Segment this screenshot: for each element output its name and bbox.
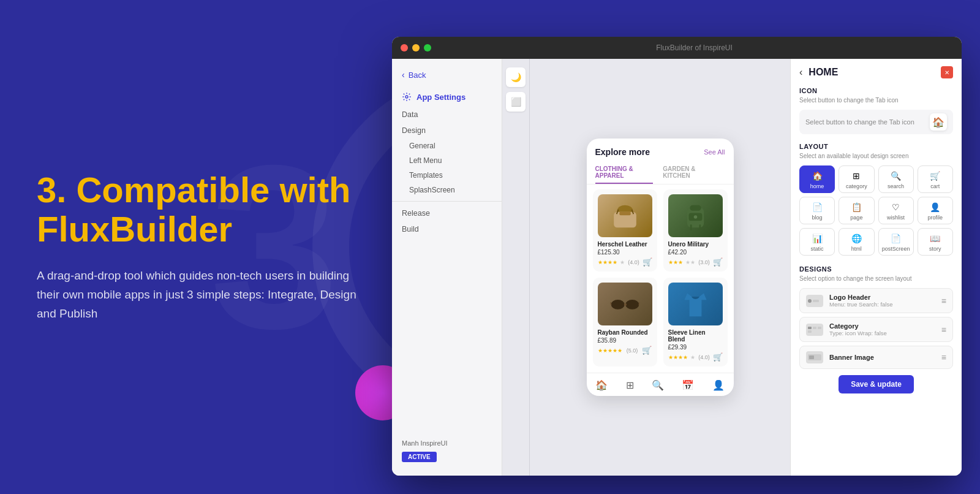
layout-item-category[interactable]: ⊞ category <box>839 165 874 193</box>
main-heading: 3. Compatible with FluxBuilder <box>37 170 368 249</box>
sidebar-item-release[interactable]: Release <box>392 205 502 221</box>
layout-blog-label: blog <box>812 215 823 221</box>
left-content: 3. Compatible with FluxBuilder A drag-an… <box>37 170 368 324</box>
back-arrow-icon: ‹ <box>402 70 405 80</box>
design-category-sub: Type: icon Wrap: false <box>829 330 941 336</box>
layout-story-label: story <box>929 246 941 252</box>
svg-rect-7 <box>690 205 701 210</box>
mac-dot-yellow[interactable] <box>412 44 420 51</box>
product-image-shirt <box>668 283 723 325</box>
nav-calendar-icon[interactable]: 📅 <box>682 379 694 391</box>
sub-text: A drag-and-drop tool which guides non-te… <box>37 266 368 324</box>
svg-rect-3 <box>619 211 630 215</box>
layout-item-blog[interactable]: 📄 blog <box>799 197 835 224</box>
layout-wishlist-icon: ♡ <box>892 202 900 212</box>
layout-profile-icon: 👤 <box>930 202 940 212</box>
nav-profile-icon[interactable]: 👤 <box>712 379 725 391</box>
design-category-menu-icon[interactable]: ≡ <box>941 325 946 335</box>
nav-search-icon[interactable]: 🔍 <box>652 379 664 391</box>
svg-line-16 <box>639 302 639 304</box>
product-image-backpack <box>668 194 723 237</box>
design-item-banner[interactable]: Banner Image ≡ <box>799 346 953 369</box>
stars-empty-bag: ★ <box>620 259 625 265</box>
svg-point-17 <box>808 299 812 303</box>
layout-item-postscreen[interactable]: 📄 postScreen <box>878 228 914 256</box>
layout-item-cart[interactable]: 🛒 cart <box>918 165 953 193</box>
right-panel: ‹ HOME ✕ ICON Select button to change th… <box>790 59 962 476</box>
phone-see-all[interactable]: See All <box>704 148 725 156</box>
layout-item-html[interactable]: 🌐 html <box>839 228 874 256</box>
add-to-cart-shirt[interactable]: 🛒 <box>713 352 723 362</box>
layout-cart-icon: 🛒 <box>930 171 940 181</box>
layout-category-icon: ⊞ <box>853 171 860 181</box>
svg-point-9 <box>693 215 697 219</box>
layout-item-home[interactable]: 🏠 home <box>799 165 835 193</box>
design-logo-header-icon <box>806 295 823 307</box>
mac-dot-green[interactable] <box>424 44 431 51</box>
sidebar-item-data[interactable]: Data <box>392 107 502 123</box>
sidebar-back-button[interactable]: ‹ Back <box>392 65 502 85</box>
mid-btn-moon[interactable]: 🌙 <box>506 67 526 87</box>
design-logo-header-name: Logo Header <box>829 294 941 301</box>
product-name-backpack: Unero Military <box>668 241 723 248</box>
layout-postscreen-label: postScreen <box>882 246 910 252</box>
stars-filled-shirt: ★★★★ <box>668 354 688 360</box>
sidebar-item-general[interactable]: General <box>392 139 502 153</box>
layout-item-wishlist[interactable]: ♡ wishlist <box>878 197 914 224</box>
add-to-cart-backpack[interactable]: 🛒 <box>713 257 723 267</box>
svg-rect-14 <box>624 303 626 305</box>
layout-cart-label: cart <box>930 183 940 189</box>
panel-layout-section-title: LAYOUT <box>799 143 953 150</box>
sunglasses-svg <box>608 294 642 315</box>
sidebar-item-splashscreen[interactable]: SplashScreen <box>392 183 502 197</box>
panel-back-button[interactable]: ‹ <box>799 67 802 78</box>
add-to-cart-bag[interactable]: 🛒 <box>643 257 652 267</box>
save-update-button[interactable]: Save & update <box>839 375 914 393</box>
mac-dot-red[interactable] <box>401 44 408 51</box>
icon-selector[interactable]: Select button to change the Tab icon 🏠 <box>799 110 953 134</box>
layout-profile-label: profile <box>928 215 943 221</box>
design-banner-icon <box>806 351 823 363</box>
add-to-cart-sunglasses[interactable]: 🛒 <box>642 346 652 355</box>
svg-rect-19 <box>808 327 812 329</box>
product-image-bag <box>598 194 652 237</box>
phone-tab-clothing[interactable]: CLOTHING & APPAREL <box>595 162 654 184</box>
mac-title: FluxBuilder of InspireUI <box>435 44 953 52</box>
banner-preview-svg <box>807 353 822 362</box>
phone-tab-garden[interactable]: GARDEN & KITCHEN <box>663 162 715 184</box>
mac-body: ‹ Back App Settings Data Design General … <box>392 59 962 476</box>
nav-home-icon[interactable]: 🏠 <box>595 379 608 391</box>
nav-grid-icon[interactable]: ⊞ <box>626 379 634 391</box>
sidebar-item-design[interactable]: Design <box>392 123 502 139</box>
layout-search-icon: 🔍 <box>891 171 901 181</box>
svg-rect-20 <box>813 327 816 329</box>
design-logo-header-menu-icon[interactable]: ≡ <box>941 296 946 306</box>
sidebar-item-leftmenu[interactable]: Left Menu <box>392 153 502 168</box>
svg-point-13 <box>625 300 639 310</box>
icon-selector-label: Select button to change the Tab icon <box>805 118 930 126</box>
layout-postscreen-icon: 📄 <box>891 234 901 243</box>
mid-btn-screen[interactable]: ⬜ <box>506 92 526 112</box>
panel-designs-section-desc: Select option to change the screen layou… <box>799 275 953 282</box>
product-price-sunglasses: £35.89 <box>598 337 652 344</box>
layout-home-icon: 🏠 <box>812 171 823 181</box>
layout-item-search[interactable]: 🔍 search <box>878 165 914 193</box>
design-item-logo-header[interactable]: Logo Header Menu: true Search: false ≡ <box>799 288 953 313</box>
layout-item-profile[interactable]: 👤 profile <box>918 197 953 224</box>
sidebar-item-build[interactable]: Build <box>392 221 502 237</box>
svg-rect-21 <box>818 327 821 329</box>
svg-point-0 <box>405 96 408 98</box>
product-rating-bag: ★★★★★ (4.0) 🛒 <box>598 257 652 267</box>
design-banner-menu-icon[interactable]: ≡ <box>941 352 946 362</box>
layout-item-static[interactable]: 📊 static <box>799 228 835 256</box>
layout-item-story[interactable]: 📖 story <box>918 228 953 256</box>
svg-rect-22 <box>808 330 812 333</box>
layout-item-page[interactable]: 📋 page <box>839 197 874 224</box>
sidebar-item-templates[interactable]: Templates <box>392 168 502 183</box>
design-item-category[interactable]: Category Type: icon Wrap: false ≡ <box>799 317 953 342</box>
panel-close-button[interactable]: ✕ <box>941 66 953 78</box>
panel-header: ‹ HOME ✕ <box>799 66 953 78</box>
stars-filled-sunglasses: ★★★★★ <box>598 348 622 354</box>
icon-selector-preview: 🏠 <box>930 113 947 131</box>
layout-page-label: page <box>850 215 862 221</box>
